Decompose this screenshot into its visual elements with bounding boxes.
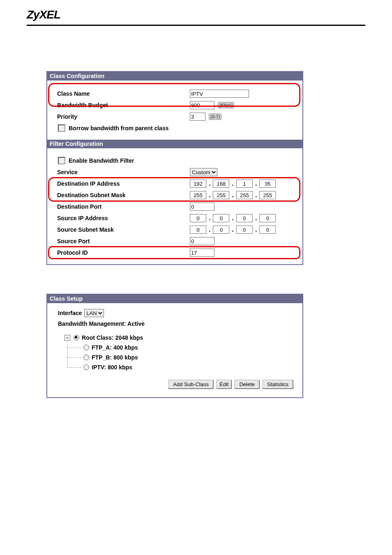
dest-port-input[interactable] xyxy=(190,203,214,211)
bandwidth-mgmt-status: Bandwidth Management: Active xyxy=(52,319,297,333)
class-setup-panel: Class Setup Interface LAN Bandwidth Mana… xyxy=(46,294,303,398)
class-name-input[interactable] xyxy=(190,90,249,98)
src-ip-3[interactable] xyxy=(236,214,253,222)
protocol-input[interactable] xyxy=(190,249,214,257)
class-radio-ftp-b[interactable] xyxy=(83,355,89,360)
src-mask-2[interactable] xyxy=(213,226,229,234)
src-mask-label: Source Subnet Mask xyxy=(52,226,190,233)
src-mask-3[interactable] xyxy=(236,226,253,234)
src-mask-4[interactable] xyxy=(259,226,276,234)
src-port-input[interactable] xyxy=(190,237,214,245)
dest-ip-3[interactable] xyxy=(236,180,253,188)
bandwidth-unit-hint: (Kbps) xyxy=(218,102,234,108)
page-header: ZyXEL xyxy=(0,0,392,21)
src-mask-1[interactable] xyxy=(190,226,206,234)
class-label: FTP_B: 800 kbps xyxy=(92,354,138,361)
service-select[interactable]: Custom xyxy=(190,168,217,176)
src-ip-label: Source IP Address xyxy=(52,215,190,221)
logo: ZyXEL xyxy=(27,8,60,21)
dest-mask-4[interactable] xyxy=(259,191,276,199)
header-divider xyxy=(27,25,365,26)
dest-ip-4[interactable] xyxy=(259,180,276,188)
class-radio-ftp-a[interactable] xyxy=(83,345,89,350)
dest-ip-2[interactable] xyxy=(213,180,229,188)
priority-input[interactable] xyxy=(190,113,205,121)
interface-label: Interface xyxy=(58,310,82,316)
src-ip-4[interactable] xyxy=(259,214,276,222)
class-tree: − Root Class: 2048 kbps FTP_A: 400 kbps … xyxy=(52,333,297,372)
class-label: FTP_A: 400 kbps xyxy=(92,344,138,351)
borrow-checkbox[interactable] xyxy=(58,124,65,132)
dest-mask-3[interactable] xyxy=(236,191,253,199)
dest-mask-2[interactable] xyxy=(213,191,229,199)
filter-config-title: Filter Configuration xyxy=(47,140,302,148)
tree-collapse-icon[interactable]: − xyxy=(65,335,70,341)
dest-ip-1[interactable] xyxy=(190,180,206,188)
dest-ip-label: Destination IP Address xyxy=(52,180,190,187)
dest-mask-1[interactable] xyxy=(190,191,206,199)
borrow-label: Borrow bandwidth from parent class xyxy=(69,125,168,131)
root-class-label: Root Class: 2048 kbps xyxy=(82,334,143,341)
add-subclass-button[interactable]: Add Sub-Class xyxy=(168,380,214,389)
dest-mask-label: Destination Subnet Mask xyxy=(52,192,190,198)
enable-filter-checkbox[interactable] xyxy=(58,157,65,164)
class-setup-title: Class Setup xyxy=(47,295,302,303)
service-label: Service xyxy=(52,169,190,175)
enable-filter-label: Enable Bandwidth Filter xyxy=(69,157,134,164)
src-ip-1[interactable] xyxy=(190,214,206,222)
root-class-radio[interactable] xyxy=(74,335,79,341)
dest-port-label: Destination Port xyxy=(52,203,190,210)
class-config-title: Class Configuration xyxy=(47,72,302,81)
bandwidth-budget-label: Bandwidth Budget xyxy=(52,102,190,108)
class-name-label: Class Name xyxy=(52,90,190,97)
delete-button[interactable]: Delete xyxy=(234,380,260,389)
class-config-panel: Class Configuration Class Name Bandwidth… xyxy=(46,71,303,265)
edit-button[interactable]: Edit xyxy=(216,380,232,389)
bandwidth-budget-input[interactable] xyxy=(190,101,214,109)
class-radio-iptv[interactable] xyxy=(83,364,89,370)
class-label: IPTV: 800 kbps xyxy=(92,364,132,371)
src-ip-2[interactable] xyxy=(213,214,229,222)
interface-select[interactable]: LAN xyxy=(84,309,104,317)
priority-hint: (0-7) xyxy=(209,113,221,120)
priority-label: Priority xyxy=(52,113,190,120)
protocol-label: Protocol ID xyxy=(52,249,190,256)
statistics-button[interactable]: Statistics xyxy=(262,380,293,389)
src-port-label: Source Port xyxy=(52,238,190,244)
